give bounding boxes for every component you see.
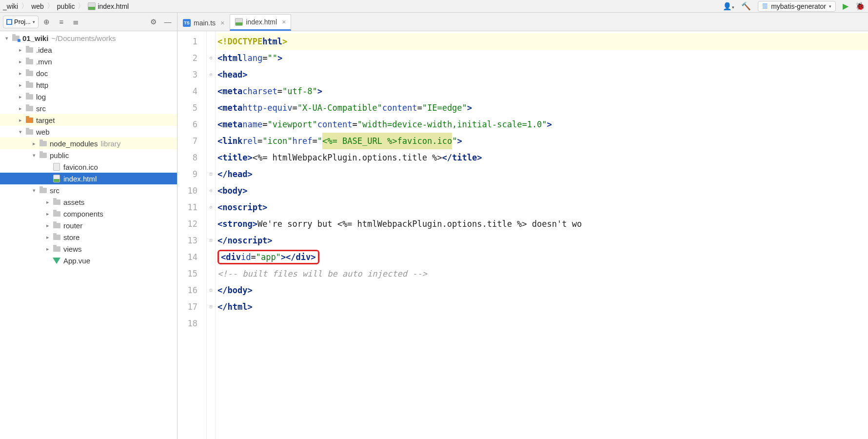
chevron-down-icon[interactable]: ▾: [17, 129, 24, 135]
tree-item[interactable]: favicon.ico: [0, 161, 177, 173]
chevron-right-icon[interactable]: ▸: [30, 140, 38, 147]
folder-icon: [52, 223, 61, 228]
breadcrumb-item[interactable]: public: [57, 2, 75, 10]
tree-item[interactable]: index.html: [0, 173, 177, 184]
fold-marker[interactable]: ⊖: [207, 66, 215, 83]
breadcrumb-item[interactable]: index.html: [88, 2, 129, 10]
fold-marker[interactable]: ⊟: [207, 282, 215, 299]
tree-item[interactable]: ▸.mvn: [0, 56, 177, 67]
folder-icon: [24, 94, 34, 100]
tree-item[interactable]: ▸target: [0, 114, 177, 126]
tree-item[interactable]: ▸assets: [0, 196, 177, 208]
gear-icon[interactable]: ⚙: [147, 16, 159, 28]
breadcrumb-item[interactable]: _wiki: [3, 2, 18, 10]
breadcrumb-item[interactable]: web: [31, 2, 44, 10]
code-line[interactable]: <title><%= htmlWebpackPlugin.options.tit…: [217, 149, 868, 166]
tree-item[interactable]: ▸router: [0, 220, 177, 231]
code-line[interactable]: </head>: [217, 166, 868, 182]
folder-icon: [24, 59, 34, 64]
fold-marker[interactable]: ⊟: [207, 232, 215, 249]
tree-item[interactable]: ▾web: [0, 126, 177, 138]
breadcrumb-separator: 〉: [21, 1, 28, 11]
code-line[interactable]: <meta charset="utf-8">: [217, 83, 868, 100]
code-line[interactable]: <!-- built files will be auto injected -…: [217, 265, 868, 282]
chevron-right-icon[interactable]: ▸: [17, 117, 24, 123]
fold-marker[interactable]: ⊖: [207, 182, 215, 199]
code-line[interactable]: <strong>We're sorry but <%= htmlWebpackP…: [217, 216, 868, 232]
fold-marker: [207, 216, 215, 232]
chevron-right-icon[interactable]: ▸: [44, 211, 52, 217]
chevron-right-icon[interactable]: ▸: [17, 94, 24, 100]
debug-icon[interactable]: 🐞: [855, 1, 865, 11]
chevron-right-icon[interactable]: ▸: [17, 59, 24, 65]
tree-item[interactable]: ▸node_moduleslibrary: [0, 138, 177, 149]
editor-tab[interactable]: index.html×: [230, 14, 291, 31]
chevron-down-icon: ▾: [33, 20, 35, 24]
tree-item[interactable]: ▸http: [0, 79, 177, 91]
project-view-selector[interactable]: Proj... ▾: [3, 16, 39, 28]
tree-item-label: store: [63, 233, 79, 241]
fold-marker[interactable]: ⊖: [207, 50, 215, 66]
chevron-down-icon[interactable]: ▾: [3, 35, 11, 41]
code-line[interactable]: <meta name="viewport" content="width=dev…: [217, 116, 868, 133]
editor-tab[interactable]: TSmain.ts×: [178, 14, 230, 31]
code-line[interactable]: <head>: [217, 66, 868, 83]
tree-item[interactable]: ▾public: [0, 149, 177, 161]
chevron-right-icon[interactable]: ▸: [44, 234, 52, 240]
code-content[interactable]: <!DOCTYPE html><html lang=""> <head> <me…: [216, 31, 868, 439]
tree-item[interactable]: ▸.idea: [0, 44, 177, 56]
tree-item-label: web: [36, 128, 50, 136]
close-icon[interactable]: ×: [220, 19, 224, 27]
code-line[interactable]: [217, 315, 868, 332]
code-editor[interactable]: 123456789101112131415161718 ⊖⊖⊟⊖⊖⊟⊟⊟ <!D…: [178, 31, 868, 439]
code-line[interactable]: <body>: [217, 182, 868, 199]
fold-gutter[interactable]: ⊖⊖⊟⊖⊖⊟⊟⊟: [207, 31, 216, 439]
code-line[interactable]: <meta http-equiv="X-UA-Compatible" conte…: [217, 100, 868, 116]
fold-marker[interactable]: ⊟: [207, 166, 215, 182]
locate-icon[interactable]: ⊕: [40, 16, 53, 28]
run-config-label: mybatis-generator: [771, 2, 826, 10]
chevron-right-icon[interactable]: ▸: [44, 199, 52, 205]
chevron-right-icon[interactable]: ▸: [44, 222, 52, 229]
minimize-icon[interactable]: —: [161, 16, 174, 28]
code-line[interactable]: <!DOCTYPE html>: [217, 33, 868, 50]
run-config-selector[interactable]: ☰ mybatis-generator ▾: [758, 1, 836, 12]
tree-item[interactable]: ▸src: [0, 102, 177, 114]
code-line[interactable]: </noscript>: [217, 232, 868, 249]
tree-item-label: target: [36, 116, 55, 124]
code-line[interactable]: <html lang="">: [217, 50, 868, 66]
tree-item[interactable]: ▸views: [0, 243, 177, 255]
code-line[interactable]: <div id="app"></div>: [217, 249, 868, 265]
tree-item[interactable]: ▾src: [0, 184, 177, 196]
code-line[interactable]: <link rel="icon" href="<%= BASE_URL %>fa…: [217, 133, 868, 149]
tree-item-label: favicon.ico: [63, 163, 98, 171]
chevron-right-icon[interactable]: ▸: [17, 82, 24, 88]
line-number: 5: [178, 100, 197, 116]
chevron-down-icon[interactable]: ▾: [30, 187, 38, 194]
chevron-right-icon[interactable]: ▸: [44, 246, 52, 252]
tree-item[interactable]: ▸log: [0, 91, 177, 102]
collapse-icon[interactable]: ≣: [70, 16, 82, 28]
chevron-right-icon[interactable]: ▸: [17, 47, 24, 53]
file-icon: [52, 163, 61, 171]
tree-item[interactable]: ▾01_wiki~/Documents/works: [0, 32, 177, 44]
tree-item-suffix: library: [100, 140, 120, 148]
tree-item[interactable]: App.vue: [0, 255, 177, 266]
fold-marker[interactable]: ⊖: [207, 199, 215, 216]
code-line[interactable]: </html>: [217, 299, 868, 315]
run-icon[interactable]: ▶: [843, 1, 848, 11]
chevron-right-icon[interactable]: ▸: [17, 70, 24, 77]
chevron-down-icon[interactable]: ▾: [30, 152, 38, 159]
fold-marker[interactable]: ⊟: [207, 299, 215, 315]
close-icon[interactable]: ×: [282, 18, 286, 26]
tree-item[interactable]: ▸doc: [0, 67, 177, 79]
chevron-right-icon[interactable]: ▸: [17, 105, 24, 112]
tree-item[interactable]: ▸store: [0, 231, 177, 243]
expand-icon[interactable]: ≡: [55, 16, 68, 28]
vcs-icon[interactable]: 👤▾: [723, 2, 734, 11]
code-line[interactable]: </body>: [217, 282, 868, 299]
build-icon[interactable]: 🔨: [741, 1, 751, 11]
project-tree[interactable]: ▾01_wiki~/Documents/works▸.idea▸.mvn▸doc…: [0, 31, 177, 439]
tree-item[interactable]: ▸components: [0, 208, 177, 220]
code-line[interactable]: <noscript>: [217, 199, 868, 216]
